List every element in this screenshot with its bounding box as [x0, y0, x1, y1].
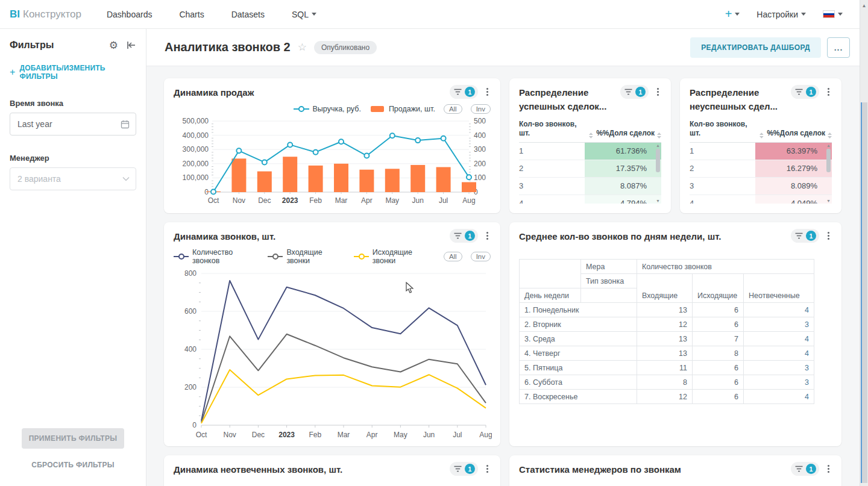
page-scrollbar[interactable]: ▲ — [860, 0, 868, 486]
edit-dashboard-button[interactable]: РЕДАКТИРОВАТЬ ДАШБОРД — [690, 37, 821, 58]
kebab-menu-icon[interactable] — [655, 87, 661, 97]
column-header[interactable]: Кол-во звонков, шт. — [690, 120, 757, 139]
legend-pill-inv[interactable]: Inv — [471, 104, 491, 114]
app-logo[interactable]: BI Конструктор — [10, 8, 81, 20]
legend-item[interactable]: Продажи, шт. — [370, 105, 435, 113]
table-row: 163.397% — [690, 143, 832, 160]
weekday-cell: 6. Суббота — [520, 375, 637, 390]
svg-text:100,000: 100,000 — [183, 174, 209, 182]
svg-text:Apr: Apr — [361, 196, 373, 205]
scroll-down-icon[interactable]: ▼ — [656, 199, 660, 203]
svg-text:Aug: Aug — [462, 196, 475, 205]
kebab-menu-icon[interactable] — [484, 87, 491, 97]
legend-pill-all[interactable]: All — [444, 104, 462, 114]
column-header[interactable]: Входящие — [637, 274, 693, 303]
share-percent-cell: 63.397% — [755, 143, 832, 160]
filter-chip[interactable]: 1 — [791, 85, 819, 99]
scroll-up-icon[interactable]: ▲ — [860, 0, 868, 8]
scroll-thumb[interactable] — [656, 149, 660, 172]
filter-chip[interactable]: 1 — [450, 229, 478, 243]
add-new-menu[interactable]: + — [725, 7, 740, 21]
value-cell: 3 — [744, 317, 814, 332]
nav-charts[interactable]: Charts — [179, 10, 204, 19]
chevron-down-icon — [122, 176, 130, 181]
share-percent-cell: 4.794% — [585, 195, 661, 204]
scroll-up-icon[interactable]: ▲ — [656, 143, 660, 148]
nav-datasets[interactable]: Datasets — [231, 10, 265, 19]
call-time-filter-input[interactable]: Last year — [10, 113, 136, 136]
add-edit-filters-button[interactable]: + ДОБАВИТЬ/ИЗМЕНИТЬ ФИЛЬТРЫ — [10, 64, 136, 81]
svg-text:Oct: Oct — [208, 196, 219, 205]
kebab-menu-icon[interactable] — [825, 231, 832, 241]
manager-filter-select[interactable]: 2 варианта — [10, 167, 136, 190]
svg-text:2023: 2023 — [278, 431, 295, 439]
legend-pill-all[interactable]: All — [444, 252, 462, 261]
filter-chip[interactable]: 1 — [450, 462, 478, 476]
legend-item[interactable]: Исходящие звонки — [354, 248, 435, 265]
filter-icon — [624, 89, 632, 95]
legend-pill-inv[interactable]: Inv — [471, 252, 491, 261]
kebab-menu-icon[interactable] — [825, 464, 832, 474]
column-header[interactable]: %%Доля сделок — [767, 129, 825, 139]
sort-icon[interactable] — [760, 132, 764, 139]
favorite-star-icon[interactable]: ☆ — [298, 41, 307, 54]
kebab-menu-icon[interactable] — [484, 464, 491, 474]
sales-combo-chart[interactable]: 00100,000100200,000200300,000300400,0004… — [174, 116, 497, 207]
chevron-down-icon — [735, 13, 740, 16]
column-header[interactable]: %%Доля сделок — [596, 129, 655, 139]
filter-chip[interactable]: 1 — [620, 85, 649, 99]
scroll-down-icon[interactable]: ▼ — [826, 199, 831, 203]
card-title: Распределение успешных сделок... — [519, 86, 620, 114]
legend-label: Выручка, руб. — [313, 105, 361, 113]
plus-icon: + — [10, 67, 16, 78]
table-row: 7. Воскресенье1264 — [520, 390, 814, 404]
filter-chip[interactable]: 1 — [450, 85, 478, 99]
filter-chip[interactable]: 1 — [791, 229, 819, 243]
scroll-thumb[interactable] — [861, 102, 867, 483]
value-cell: 4 — [744, 303, 814, 317]
kebab-menu-icon[interactable] — [825, 87, 832, 97]
scrollbar[interactable]: ▲ ▼ — [655, 143, 661, 204]
value-cell: 6 — [693, 375, 744, 390]
language-menu[interactable] — [823, 10, 843, 18]
scrollbar[interactable]: ▲ ▼ — [825, 143, 832, 204]
reset-filters-button[interactable]: СБРОСИТЬ ФИЛЬТРЫ — [31, 461, 115, 469]
gear-icon[interactable]: ⚙ — [109, 40, 118, 51]
day-dimension-label: День недели — [520, 288, 581, 303]
sort-icon[interactable] — [589, 132, 593, 139]
column-header[interactable]: Исходящие — [693, 274, 744, 303]
column-header[interactable]: Кол-во звонков, шт. — [519, 120, 587, 139]
card-avg-calls-weekday: Среднее кол-во звонков по дням недели, ш… — [509, 222, 841, 446]
card-title: Динамика неотвеченных звонков, шт. — [174, 463, 450, 476]
svg-text:May: May — [385, 196, 399, 205]
sort-icon[interactable] — [828, 132, 832, 139]
scroll-up-icon[interactable]: ▲ — [826, 143, 831, 148]
kebab-menu-icon[interactable] — [484, 231, 491, 241]
filter-chip[interactable]: 1 — [791, 462, 819, 476]
dashboard-header: Аналитика звонков 2 ☆ Опубликовано РЕДАК… — [146, 29, 868, 66]
settings-menu[interactable]: Настройки — [756, 10, 806, 19]
value-cell: 6 — [693, 361, 744, 375]
nav-sql[interactable]: SQL — [292, 10, 316, 19]
scroll-thumb[interactable] — [826, 149, 831, 172]
legend-item[interactable]: Количество звонков — [174, 248, 259, 265]
logo-name: Конструктор — [23, 8, 81, 20]
legend-item[interactable]: Входящие звонки — [268, 248, 345, 265]
nav-dashboards[interactable]: Dashboards — [107, 10, 153, 19]
apply-filters-button[interactable]: ПРИМЕНИТЬ ФИЛЬТРЫ — [22, 428, 124, 449]
collapse-sidebar-icon[interactable] — [127, 41, 136, 49]
calls-count-cell: 3 — [519, 178, 585, 195]
svg-text:Mar: Mar — [338, 431, 350, 439]
weekday-cell: 5. Пятница — [520, 361, 637, 375]
calls-count-cell: 4 — [519, 195, 585, 204]
table-row: 1. Понедельник1364 — [520, 303, 814, 317]
table-row: 161.736% — [519, 143, 661, 160]
filter-count-badge: 1 — [465, 231, 475, 241]
calls-line-chart[interactable]: 0200400600800OctNovDec2023FebMarAprMayJu… — [174, 267, 492, 442]
legend-item[interactable]: Выручка, руб. — [294, 105, 361, 113]
column-header[interactable]: Неотвеченные — [744, 274, 814, 303]
sort-icon[interactable] — [657, 132, 661, 139]
share-percent-cell: 4.049% — [755, 195, 832, 204]
more-options-button[interactable]: ... — [827, 37, 850, 58]
svg-text:Jul: Jul — [453, 431, 462, 439]
